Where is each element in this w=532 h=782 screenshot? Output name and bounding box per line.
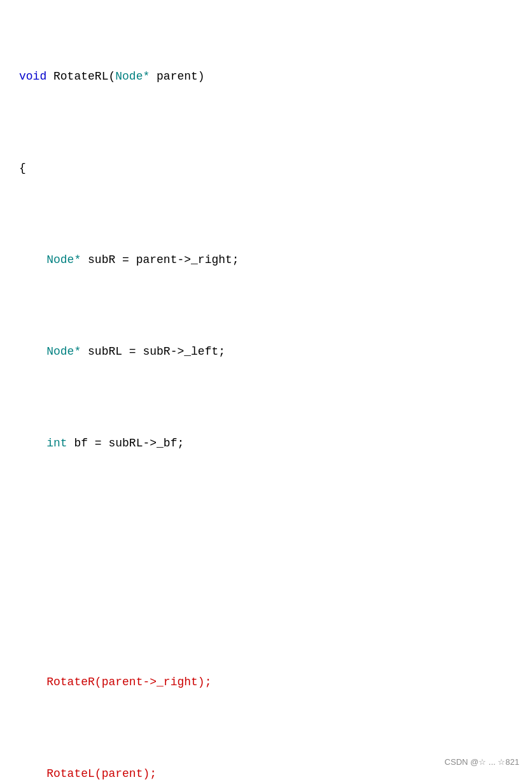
keyword-void: void [19, 70, 53, 83]
param: parent) [150, 70, 204, 83]
var-subrl: subRL = subR->_left; [81, 345, 225, 358]
indent [19, 345, 46, 358]
code-line-1: void RotateRL(Node* parent) [19, 68, 513, 86]
call-rotater: RotateR(parent->_right); [46, 676, 211, 688]
code-line-8: RotateR(parent->_right); [19, 673, 513, 692]
type-int: int [46, 437, 67, 450]
code-line-9: RotateL(parent); [19, 765, 513, 782]
code-line-4: Node* subRL = subR->_left; [19, 343, 513, 361]
code-line-3: Node* subR = parent->_right; [19, 251, 513, 269]
indent [19, 767, 46, 780]
type-node3: Node* [46, 345, 81, 358]
var-bf: bf = subRL->_bf; [67, 437, 185, 450]
indent [19, 676, 46, 688]
indent [19, 253, 46, 266]
code-line-2: { [19, 159, 513, 178]
code-line-6 [19, 526, 513, 544]
code-line-7 [19, 581, 513, 600]
var-subr: subR = parent->_right; [81, 253, 239, 266]
brace-open: { [19, 162, 26, 174]
type-node2: Node* [46, 253, 81, 266]
func-name: RotateRL( [53, 70, 115, 83]
watermark: CSDN @☆ ... ☆821 [445, 756, 519, 769]
type-node: Node* [115, 70, 150, 83]
code-line-5: int bf = subRL->_bf; [19, 434, 513, 453]
indent [19, 437, 46, 450]
code-block: void RotateRL(Node* parent) { Node* subR… [19, 13, 513, 782]
call-rotatel: RotateL(parent); [46, 767, 157, 780]
